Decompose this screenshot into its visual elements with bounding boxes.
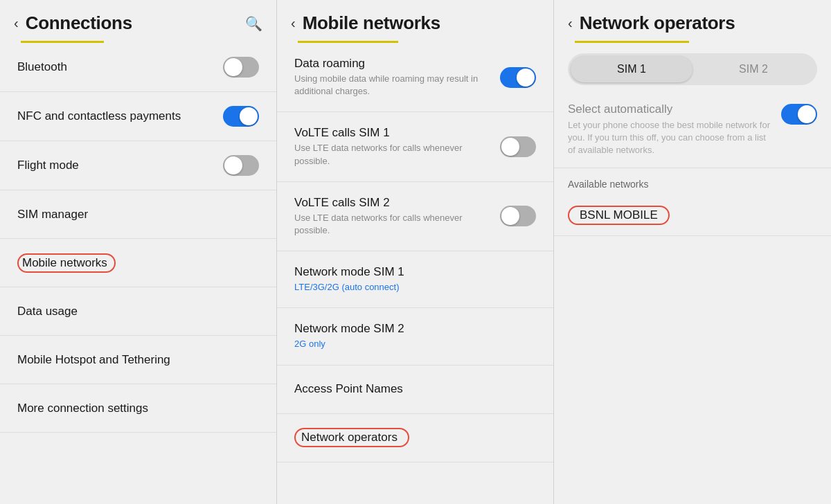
bluetooth-label: Bluetooth <box>17 60 223 74</box>
connections-panel: ‹ Connections 🔍 Bluetooth NFC and contac… <box>0 0 277 504</box>
mobile-networks-item[interactable]: Mobile networks <box>0 239 276 287</box>
connections-title: Connections <box>26 12 132 34</box>
network-operators-back-button[interactable]: ‹ <box>568 15 573 31</box>
volte-sim2-toggle[interactable] <box>500 206 536 226</box>
network-mode-sim2-label: Network mode SIM 2 <box>294 322 536 336</box>
bsnl-mobile-label: BSNL MOBILE <box>580 208 658 222</box>
mobile-networks-panel: ‹ Mobile networks Data roaming Using mob… <box>277 0 554 504</box>
select-automatically-desc: Let your phone choose the best mobile ne… <box>568 119 773 157</box>
data-usage-item[interactable]: Data usage <box>0 287 276 336</box>
volte-sim2-subtitle: Use LTE data networks for calls whenever… <box>294 212 500 237</box>
network-mode-sim1-label: Network mode SIM 1 <box>294 265 536 279</box>
flight-mode-label: Flight mode <box>17 159 223 172</box>
nfc-toggle[interactable] <box>223 106 259 127</box>
apn-label: Access Point Names <box>294 382 536 396</box>
data-roaming-item[interactable]: Data roaming Using mobile data while roa… <box>277 43 553 112</box>
apn-item[interactable]: Access Point Names <box>277 366 553 414</box>
network-mode-sim2-subtitle: 2G only <box>294 338 536 350</box>
volte-sim1-item[interactable]: VoLTE calls SIM 1 Use LTE data networks … <box>277 112 553 181</box>
volte-sim1-subtitle: Use LTE data networks for calls whenever… <box>294 142 500 167</box>
hotspot-label: Mobile Hotspot and Tethering <box>17 353 259 367</box>
network-operators-title-underline <box>575 41 689 43</box>
bluetooth-toggle[interactable] <box>223 57 259 78</box>
network-operators-title: Network operators <box>580 12 735 34</box>
network-mode-sim2-item[interactable]: Network mode SIM 2 2G only <box>277 308 553 365</box>
network-operators-item[interactable]: Network operators <box>277 414 553 462</box>
bsnl-mobile-item[interactable]: BSNL MOBILE <box>554 195 831 236</box>
sim2-tab[interactable]: SIM 2 <box>692 56 814 82</box>
volte-sim1-toggle[interactable] <box>500 136 536 157</box>
connections-list: Bluetooth NFC and contactless payments F… <box>0 43 276 433</box>
mobile-networks-list: Data roaming Using mobile data while roa… <box>277 43 553 462</box>
data-roaming-subtitle: Using mobile data while roaming may resu… <box>294 73 500 98</box>
data-roaming-label: Data roaming <box>294 57 500 71</box>
volte-sim2-label: VoLTE calls SIM 2 <box>294 196 500 210</box>
network-operators-label: Network operators <box>301 431 397 444</box>
mobile-networks-back-button[interactable]: ‹ <box>291 15 296 31</box>
bsnl-mobile-circle: BSNL MOBILE <box>568 206 670 225</box>
volte-sim1-label: VoLTE calls SIM 1 <box>294 126 500 140</box>
network-operators-panel: ‹ Network operators SIM 1 SIM 2 Select a… <box>554 0 831 504</box>
flight-mode-toggle[interactable] <box>223 155 259 176</box>
mobile-networks-header: ‹ Mobile networks <box>277 0 553 41</box>
mobile-networks-label: Mobile networks <box>22 256 107 269</box>
network-mode-sim1-item[interactable]: Network mode SIM 1 LTE/3G/2G (auto conne… <box>277 251 553 308</box>
mobile-networks-title: Mobile networks <box>303 12 440 34</box>
data-usage-label: Data usage <box>17 305 259 318</box>
volte-sim2-item[interactable]: VoLTE calls SIM 2 Use LTE data networks … <box>277 182 553 251</box>
nfc-label: NFC and contactless payments <box>17 109 223 123</box>
network-mode-sim1-subtitle: LTE/3G/2G (auto connect) <box>294 281 536 294</box>
network-operators-header: ‹ Network operators <box>554 0 831 41</box>
connections-back-button[interactable]: ‹ <box>14 15 19 31</box>
network-operators-circle: Network operators <box>294 428 409 447</box>
data-roaming-toggle[interactable] <box>500 67 536 88</box>
select-automatically-toggle[interactable] <box>781 104 817 125</box>
search-icon[interactable]: 🔍 <box>245 15 262 32</box>
mobile-networks-circle: Mobile networks <box>17 253 116 273</box>
select-automatically-label: Select automatically <box>568 102 773 116</box>
more-connection-label: More connection settings <box>17 402 259 415</box>
flight-mode-item[interactable]: Flight mode <box>0 141 276 190</box>
hotspot-item[interactable]: Mobile Hotspot and Tethering <box>0 336 276 384</box>
connections-header: ‹ Connections 🔍 <box>0 0 276 41</box>
available-networks-label: Available networks <box>554 168 831 195</box>
select-automatically-item[interactable]: Select automatically Let your phone choo… <box>554 92 831 168</box>
more-connection-item[interactable]: More connection settings <box>0 384 276 433</box>
sim-manager-label: SIM manager <box>17 208 259 222</box>
sim1-tab[interactable]: SIM 1 <box>571 56 692 82</box>
bluetooth-item[interactable]: Bluetooth <box>0 43 276 92</box>
nfc-item[interactable]: NFC and contactless payments <box>0 92 276 141</box>
sim-tabs: SIM 1 SIM 2 <box>568 53 817 85</box>
sim-manager-item[interactable]: SIM manager <box>0 190 276 239</box>
